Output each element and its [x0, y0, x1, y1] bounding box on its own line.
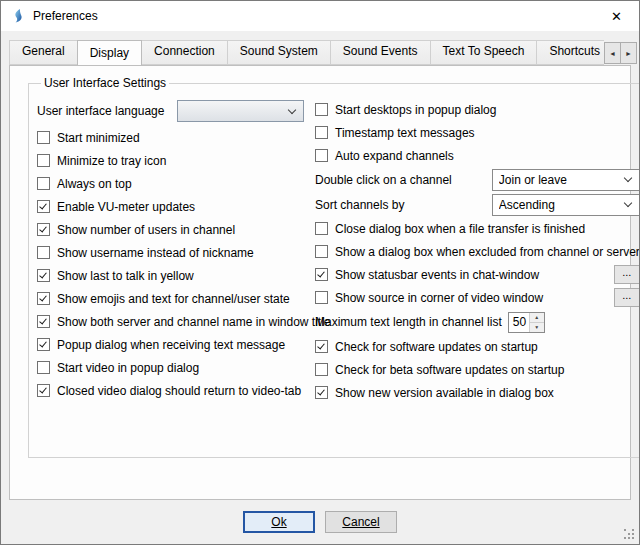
- row-start-desktops-in-popup-dialog[interactable]: Start desktops in popup dialog: [315, 98, 640, 121]
- row-show-statusbar-events-in-chat-window[interactable]: Show statusbar events in chat-window...: [315, 263, 640, 286]
- combobox-value: Join or leave: [499, 173, 618, 187]
- check-mark-icon: [39, 202, 47, 210]
- language-row: User interface language: [37, 98, 309, 124]
- checkbox-popup-dialog-when-receiving-text-message[interactable]: [37, 338, 50, 351]
- checkbox-label: Start desktops in popup dialog: [335, 103, 496, 117]
- titlebar: Preferences ✕: [1, 1, 639, 31]
- tab-display[interactable]: Display: [77, 40, 142, 65]
- checkbox-auto-expand-channels[interactable]: [315, 149, 328, 162]
- settings-columns: User interface language Start minimizedM…: [35, 96, 640, 404]
- checkbox-show-source-in-corner-of-video-window[interactable]: [315, 291, 328, 304]
- checkbox-label: Show emojis and text for channel/user st…: [57, 292, 290, 306]
- show-statusbar-events-in-chat-window-more-button[interactable]: ...: [614, 265, 640, 284]
- checkbox-show-a-dialog-box-when-excluded-from-channel-or-server[interactable]: [315, 245, 328, 258]
- checkbox-label: Show number of users in channel: [57, 223, 235, 237]
- row-show-source-in-corner-of-video-window[interactable]: Show source in corner of video window...: [315, 286, 640, 309]
- row-auto-expand-channels[interactable]: Auto expand channels: [315, 144, 640, 167]
- cancel-button[interactable]: Cancel: [325, 511, 397, 533]
- checkbox-show-statusbar-events-in-chat-window[interactable]: [315, 268, 328, 281]
- field-label: Double click on a channel: [315, 173, 452, 187]
- checkbox-close-dialog-box-when-a-file-transfer-is-finished[interactable]: [315, 222, 328, 235]
- row-start-video-in-popup-dialog[interactable]: Start video in popup dialog: [37, 356, 309, 379]
- checkbox-label: Enable VU-meter updates: [57, 200, 195, 214]
- close-button[interactable]: ✕: [594, 1, 639, 31]
- checkbox-show-new-version-available-in-dialog-box[interactable]: [315, 386, 328, 399]
- chevron-down-icon: [288, 107, 297, 116]
- spin-down-button[interactable]: ▼: [530, 322, 544, 332]
- row-start-minimized[interactable]: Start minimized: [37, 126, 309, 149]
- row-show-a-dialog-box-when-excluded-from-channel-or-server[interactable]: Show a dialog box when excluded from cha…: [315, 240, 640, 263]
- row-show-number-of-users-in-channel[interactable]: Show number of users in channel: [37, 218, 309, 241]
- field-label: Sort channels by: [315, 198, 404, 212]
- show-source-in-corner-of-video-window-more-button[interactable]: ...: [614, 288, 640, 307]
- row-closed-video-dialog-should-return-to-video-tab[interactable]: Closed video dialog should return to vid…: [37, 379, 309, 402]
- checkbox-closed-video-dialog-should-return-to-video-tab[interactable]: [37, 384, 50, 397]
- group-title: User Interface Settings: [41, 76, 169, 90]
- row-popup-dialog-when-receiving-text-message[interactable]: Popup dialog when receiving text message: [37, 333, 309, 356]
- checkbox-enable-vu-meter-updates[interactable]: [37, 200, 50, 213]
- chevron-down-icon: [624, 200, 633, 209]
- tab-connection[interactable]: Connection: [141, 40, 228, 65]
- checkbox-minimize-to-tray-icon[interactable]: [37, 154, 50, 167]
- checkbox-label: Check for software updates on startup: [335, 340, 538, 354]
- window-title: Preferences: [33, 9, 98, 23]
- ok-button[interactable]: Ok: [243, 511, 315, 533]
- tab-page-display: User Interface Settings User interface l…: [9, 65, 631, 500]
- double-click-action-combobox[interactable]: Join or leave: [492, 169, 640, 191]
- tab-shortcuts[interactable]: Shortcuts: [536, 40, 604, 65]
- checkbox-label: Show a dialog box when excluded from cha…: [335, 245, 640, 259]
- tab-scroll-left-button[interactable]: ◄: [604, 42, 621, 64]
- checkbox-label: Close dialog box when a file transfer is…: [335, 222, 585, 236]
- sort-channels-combobox[interactable]: Ascending: [492, 194, 640, 216]
- resize-grip[interactable]: [624, 529, 636, 541]
- checkbox-label: Auto expand channels: [335, 149, 454, 163]
- row-always-on-top[interactable]: Always on top: [37, 172, 309, 195]
- checkbox-check-for-beta-software-updates-on-startup[interactable]: [315, 363, 328, 376]
- row-check-for-beta-software-updates-on-startup[interactable]: Check for beta software updates on start…: [315, 358, 640, 381]
- chevron-down-icon: [624, 175, 633, 184]
- dialog-buttons: Ok Cancel: [1, 500, 639, 544]
- checkbox-start-video-in-popup-dialog[interactable]: [37, 361, 50, 374]
- row-double-click-on-a-channel: Double click on a channelJoin or leave: [315, 167, 640, 192]
- checkbox-show-username-instead-of-nickname[interactable]: [37, 246, 50, 259]
- row-timestamp-text-messages[interactable]: Timestamp text messages: [315, 121, 640, 144]
- tab-sound-events[interactable]: Sound Events: [330, 40, 431, 65]
- tab-sound-system[interactable]: Sound System: [227, 40, 331, 65]
- right-column: Start desktops in popup dialogTimestamp …: [309, 98, 640, 404]
- checkbox-label: Always on top: [57, 177, 132, 191]
- checkbox-show-both-server-and-channel-name-in-window-title[interactable]: [37, 315, 50, 328]
- checkbox-show-number-of-users-in-channel[interactable]: [37, 223, 50, 236]
- row-enable-vu-meter-updates[interactable]: Enable VU-meter updates: [37, 195, 309, 218]
- check-mark-icon: [39, 225, 47, 233]
- row-show-emojis-and-text-for-channel-user-state[interactable]: Show emojis and text for channel/user st…: [37, 287, 309, 310]
- checkbox-label: Show last to talk in yellow: [57, 269, 194, 283]
- row-check-for-software-updates-on-startup[interactable]: Check for software updates on startup: [315, 335, 640, 358]
- row-sort-channels-by: Sort channels byAscending: [315, 192, 640, 217]
- row-show-last-to-talk-in-yellow[interactable]: Show last to talk in yellow: [37, 264, 309, 287]
- checkbox-start-minimized[interactable]: [37, 131, 50, 144]
- tab-general[interactable]: General: [9, 40, 78, 65]
- checkbox-show-last-to-talk-in-yellow[interactable]: [37, 269, 50, 282]
- checkbox-start-desktops-in-popup-dialog[interactable]: [315, 103, 328, 116]
- tab-bar-container: GeneralDisplayConnectionSound SystemSoun…: [1, 31, 639, 65]
- check-mark-icon: [39, 340, 47, 348]
- checkbox-label: Check for beta software updates on start…: [335, 363, 564, 377]
- row-close-dialog-box-when-a-file-transfer-is-finished[interactable]: Close dialog box when a file transfer is…: [315, 217, 640, 240]
- spinbox-value[interactable]: 50: [509, 313, 529, 332]
- row-show-both-server-and-channel-name-in-window-title[interactable]: Show both server and channel name in win…: [37, 310, 309, 333]
- check-mark-icon: [317, 342, 325, 350]
- language-label: User interface language: [37, 104, 177, 118]
- checkbox-check-for-software-updates-on-startup[interactable]: [315, 340, 328, 353]
- max-text-length-spinbox[interactable]: 50▲▼: [508, 312, 545, 333]
- checkbox-always-on-top[interactable]: [37, 177, 50, 190]
- checkbox-show-emojis-and-text-for-channel-user-state[interactable]: [37, 292, 50, 305]
- tab-scroll-right-button[interactable]: ►: [620, 42, 637, 64]
- language-combobox[interactable]: [177, 100, 304, 122]
- tab-text-to-speech[interactable]: Text To Speech: [430, 40, 538, 65]
- row-minimize-to-tray-icon[interactable]: Minimize to tray icon: [37, 149, 309, 172]
- spin-up-button[interactable]: ▲: [530, 313, 544, 323]
- row-show-username-instead-of-nickname[interactable]: Show username instead of nickname: [37, 241, 309, 264]
- combobox-value: Ascending: [499, 198, 618, 212]
- checkbox-timestamp-text-messages[interactable]: [315, 126, 328, 139]
- row-show-new-version-available-in-dialog-box[interactable]: Show new version available in dialog box: [315, 381, 640, 404]
